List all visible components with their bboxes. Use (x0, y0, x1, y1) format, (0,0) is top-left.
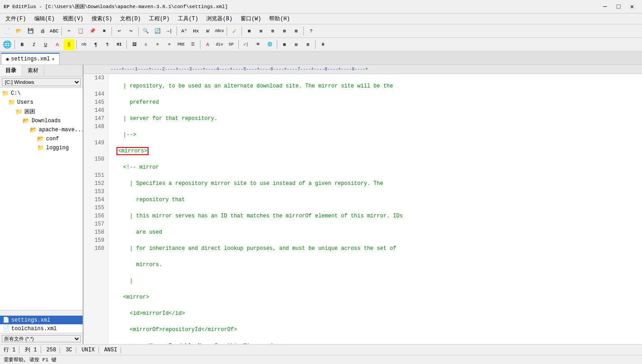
btn-table3[interactable]: ▥ (267, 26, 278, 37)
btn-ab[interactable]: ABCD (214, 26, 225, 37)
line-num-154: 154 (84, 196, 108, 204)
window-title: EditPlus - [C:\Users\困困\Downloads\apache… (12, 3, 228, 10)
btn-fontsize[interactable]: Aᴬ (179, 26, 190, 37)
btn-print[interactable]: 🖨 (37, 26, 48, 37)
line-num-160: 160 (84, 244, 108, 253)
menu-project[interactable]: 工程(P) (145, 14, 173, 23)
btn-highlight[interactable]: ▒ (64, 39, 74, 50)
btn-nb[interactable]: nb (79, 39, 89, 50)
tab-settings-xml[interactable]: ✱ settings.xml ✕ (1, 53, 60, 65)
tree-hscroll[interactable] (0, 310, 83, 315)
btn-pilcrow[interactable]: ¶ (90, 39, 101, 50)
btn-new[interactable]: 📄 (2, 26, 13, 37)
ruler-text: ----+----1----+----2----+----3----+----4… (111, 67, 368, 72)
btn-italic2[interactable]: I (28, 39, 39, 50)
tree-item-apache-maven[interactable]: 📂 apache-mave... (0, 125, 83, 134)
menu-file[interactable]: 文件(F) (2, 14, 30, 23)
close-button[interactable]: ✕ (626, 2, 638, 12)
restore-button[interactable]: □ (612, 2, 625, 12)
menu-edit[interactable]: 编辑(E) (31, 14, 59, 23)
status-encoding: ANSI (104, 347, 121, 353)
btn-help[interactable]: ? (306, 26, 316, 37)
folder-icon: 📁 (2, 90, 9, 97)
btn-preview[interactable]: 👁 (252, 39, 263, 50)
line-num-155: 155 (84, 204, 108, 212)
line-num-151: 151 (84, 171, 108, 180)
btn-table-row[interactable]: ▤ (291, 39, 302, 50)
btn-replace[interactable]: 🔄 (152, 26, 163, 37)
tab-close-button[interactable]: ✕ (52, 56, 55, 62)
title-bar-left: EP EditPlus - [C:\Users\困困\Downloads\apa… (4, 3, 228, 10)
btn-table4[interactable]: ▧ (279, 26, 290, 37)
btn-div[interactable]: div (214, 39, 225, 50)
btn-align-left[interactable]: ≡ (152, 39, 163, 50)
btn-table5[interactable]: ▨ (291, 26, 302, 37)
menu-browser[interactable]: 浏览器(B) (203, 14, 236, 23)
btn-open[interactable]: 📂 (14, 26, 24, 37)
btn-delete[interactable]: ✖ (99, 26, 110, 37)
tree-item-downloads[interactable]: 📂 Downloads (0, 116, 83, 125)
file-item-settings-xml[interactable]: 📄 settings.xml (0, 316, 83, 324)
btn-align-center[interactable]: ≡ (164, 39, 175, 50)
btn-checkmark[interactable]: ✓ (229, 26, 240, 37)
tree-item-logging[interactable]: 📁 logging (0, 143, 83, 152)
btn-spellcheck[interactable]: ABC (49, 26, 60, 37)
directory-selector[interactable]: [C:] Windows (0, 77, 83, 88)
tree-item-root[interactable]: 📁 C:\ (0, 89, 83, 98)
drive-select[interactable]: [C:] Windows (2, 78, 81, 86)
btn-underline[interactable]: U (40, 39, 51, 50)
file-item-toolchains-xml[interactable]: 📄 toolchains.xml (0, 324, 83, 333)
tab-label: settings.xml (11, 56, 50, 62)
btn-PRE[interactable]: PRE (176, 39, 186, 50)
separator2 (112, 27, 112, 36)
menu-help[interactable]: 帮助(H) (265, 14, 293, 23)
sidebar-tab-directory[interactable]: 目录 (0, 65, 22, 76)
btn-web[interactable]: 🌐 (2, 39, 13, 50)
btn-copy[interactable]: 📋 (75, 26, 86, 37)
menu-document[interactable]: 文档(D) (116, 14, 144, 23)
btn-goto[interactable]: →| (164, 26, 175, 37)
btn-save[interactable]: 💾 (25, 26, 36, 37)
btn-redo[interactable]: ↪ (126, 26, 136, 37)
btn-anchor[interactable]: ⚓ (140, 39, 151, 50)
code-container[interactable]: 143 144 145 146 147 148 149 150 151 152 … (84, 74, 642, 344)
btn-Hx[interactable]: Hx (191, 26, 201, 37)
btn-italic[interactable]: W (202, 26, 213, 37)
code-line-153: <id>mirrorId</id> (110, 309, 640, 318)
file-filter[interactable]: 所有文件 (*.*) (0, 333, 83, 344)
btn-list[interactable]: ☰ (187, 39, 198, 50)
btn-fontcolor[interactable]: A (52, 39, 63, 50)
code-content[interactable]: | repository, to be used as an alternate… (108, 74, 642, 344)
line-num-153: 153 (84, 188, 108, 196)
btn-undo[interactable]: ↩ (114, 26, 125, 37)
status-charcode: 258 (47, 347, 60, 353)
btn-cut[interactable]: ✂ (64, 26, 74, 37)
tree-item-user[interactable]: 📁 困困 (0, 107, 83, 116)
menu-view[interactable]: 视图(V) (59, 14, 87, 23)
btn-paste[interactable]: 📌 (87, 26, 98, 37)
btn-validate[interactable]: ✓| (241, 39, 251, 50)
minimize-button[interactable]: ─ (599, 2, 611, 12)
btn-pilcrow2[interactable]: ¶ (102, 39, 113, 50)
filter-select[interactable]: 所有文件 (*.*) (2, 335, 81, 342)
btn-HI[interactable]: HI (114, 39, 125, 50)
tree-item-users[interactable]: 📁 Users (0, 98, 83, 107)
sidebar-tab-materials[interactable]: 素材 (22, 65, 44, 76)
btn-table-insert[interactable]: ▦ (279, 39, 290, 50)
app-icon: EP (4, 4, 9, 9)
btn-bold[interactable]: B (17, 39, 28, 50)
btn-monitor[interactable]: 🖥 (317, 39, 328, 50)
btn-table1[interactable]: ▦ (244, 26, 255, 37)
menu-window[interactable]: 窗口(W) (237, 14, 265, 23)
btn-A2[interactable]: A (202, 39, 213, 50)
tree-item-conf[interactable]: 📂 conf (0, 134, 83, 143)
btn-insert2[interactable]: ▥ (302, 39, 313, 50)
btn-browser-open[interactable]: 🌐 (264, 39, 275, 50)
btn-SP[interactable]: SP (226, 39, 237, 50)
btn-find[interactable]: 🔍 (140, 26, 151, 37)
menu-tools[interactable]: 工具(T) (174, 14, 202, 23)
menu-search[interactable]: 搜索(S) (88, 14, 116, 23)
btn-img[interactable]: 🖼 (129, 39, 140, 50)
status-row: 行 1 (4, 346, 19, 354)
btn-table2[interactable]: ▤ (256, 26, 266, 37)
